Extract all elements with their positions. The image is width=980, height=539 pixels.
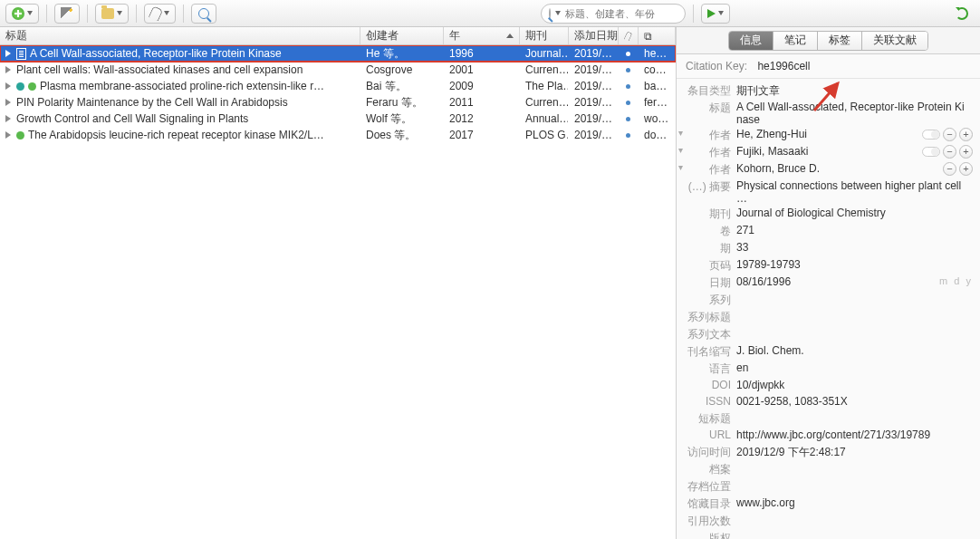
folder-icon (101, 8, 114, 19)
new-collection-button[interactable] (95, 4, 129, 24)
meta-value[interactable]: He, Zheng-Hui (736, 128, 922, 140)
meta-value[interactable]: 0021-9258, 1083-351X (736, 395, 973, 408)
twisty-icon[interactable]: ▾ (677, 162, 684, 172)
col-attachment[interactable] (619, 27, 639, 44)
advanced-search-button[interactable] (191, 4, 216, 24)
table-row[interactable]: Plant cell walls: Wall-associated kinase… (0, 62, 676, 78)
meta-value[interactable]: Journal of Biological Chemistry (736, 207, 973, 219)
meta-label: 条目类型 (686, 83, 736, 99)
table-row[interactable]: Growth Control and Cell Wall Signaling i… (0, 111, 676, 127)
search-icon (198, 8, 209, 19)
meta-row: 卷271 (677, 223, 973, 240)
arrow-right-icon (707, 9, 716, 18)
meta-value[interactable]: http://www.jbc.org/content/271/33/19789 (736, 428, 973, 441)
citation-key-value[interactable]: he1996cell (757, 60, 810, 72)
tab-info[interactable]: 信息 (729, 32, 773, 50)
meta-row: 系列标题 (677, 309, 973, 326)
citation-key-row: Citation Key: he1996cell (677, 54, 980, 79)
new-item-button[interactable] (5, 4, 39, 24)
add-button[interactable]: + (959, 162, 973, 176)
twisty-icon[interactable] (5, 66, 11, 73)
search-icon (549, 8, 551, 19)
wand-button[interactable] (54, 4, 80, 24)
tag-dot-green (16, 131, 24, 140)
attachment-dot-icon (626, 101, 630, 105)
twisty-icon[interactable] (5, 50, 11, 57)
meta-row: 条目类型期刊文章 (677, 82, 973, 100)
tab-tags[interactable]: 标签 (818, 32, 862, 50)
row-creator: Bai 等。 (360, 79, 444, 94)
meta-label: URL (686, 428, 736, 441)
tab-related[interactable]: 关联文献 (862, 32, 927, 50)
table-row[interactable]: PIN Polarity Maintenance by the Cell Wal… (0, 94, 676, 111)
table-row[interactable]: A Cell Wall-associated, Receptor-like Pr… (0, 45, 676, 62)
locate-button[interactable] (701, 4, 730, 24)
meta-value[interactable]: 10/djwpkk (736, 379, 973, 391)
sync-button[interactable] (949, 4, 975, 24)
add-button[interactable]: + (959, 145, 973, 159)
meta-value[interactable]: Physical connections between higher plan… (736, 179, 973, 205)
meta-label: 存档位置 (686, 479, 736, 495)
document-icon (16, 48, 26, 60)
twisty-icon[interactable] (5, 131, 11, 139)
meta-value[interactable]: www.jbc.org (736, 496, 973, 509)
meta-value[interactable]: 08/16/1996 (736, 275, 939, 288)
meta-controls: −+ (943, 162, 973, 176)
col-year[interactable]: 年 (444, 27, 520, 44)
meta-label: 短标题 (686, 411, 736, 427)
meta-value[interactable]: 33 (736, 241, 973, 254)
attach-button[interactable] (144, 4, 176, 24)
meta-value[interactable]: Kohorn, Bruce D. (736, 162, 943, 175)
meta-value[interactable]: J. Biol. Chem. (736, 344, 973, 357)
row-journal: Curren… (520, 96, 569, 109)
meta-value[interactable]: 期刊文章 (736, 83, 973, 99)
caret-icon (555, 11, 561, 15)
meta-label: 系列 (686, 293, 736, 308)
toggle-pill[interactable] (922, 147, 940, 157)
search-field[interactable] (541, 4, 686, 24)
meta-label: 卷 (686, 224, 736, 239)
table-row[interactable]: The Arabidopsis leucine-rich repeat rece… (0, 127, 676, 143)
remove-button[interactable]: − (943, 145, 956, 159)
meta-value[interactable]: 2019/12/9 下午2:48:17 (736, 445, 973, 460)
meta-label: 档案 (686, 462, 736, 477)
search-input[interactable] (565, 8, 690, 19)
col-journal[interactable]: 期刊 (520, 27, 569, 44)
meta-label: 日期 (686, 275, 736, 291)
tab-notes[interactable]: 笔记 (773, 32, 818, 50)
row-extra: co… (639, 63, 676, 76)
col-extra[interactable]: ⧉ (639, 27, 676, 44)
row-title: The Arabidopsis leucine-rich repeat rece… (28, 129, 324, 141)
meta-label: 系列文本 (686, 327, 736, 342)
toggle-pill[interactable] (922, 130, 940, 140)
remove-button[interactable]: − (943, 162, 956, 176)
meta-value[interactable]: A Cell Wall-associated, Receptor-like Pr… (736, 101, 973, 126)
twisty-icon[interactable]: ▾ (677, 145, 684, 155)
meta-value[interactable]: 271 (736, 224, 973, 236)
row-creator: Cosgrove (360, 63, 444, 76)
meta-label: 作者 (686, 162, 736, 178)
twisty-icon[interactable] (5, 115, 11, 122)
col-title[interactable]: 标题 (0, 27, 360, 44)
row-attachment (619, 117, 639, 121)
row-year: 2009 (444, 80, 520, 92)
col-creator[interactable]: 创建者 (360, 27, 444, 44)
col-added[interactable]: 添加日期 (569, 27, 619, 44)
meta-label: (…) 摘要 (686, 179, 736, 195)
separator (183, 5, 184, 23)
table-header: 标题 创建者 年 期刊 添加日期 ⧉ (0, 27, 676, 45)
twisty-icon[interactable] (5, 82, 11, 90)
meta-value[interactable]: en (736, 361, 973, 374)
meta-value[interactable]: 19789-19793 (736, 258, 973, 271)
twisty-icon[interactable]: ▾ (677, 128, 684, 138)
table-row[interactable]: Plasma membrane-associated proline-rich … (0, 78, 676, 94)
twisty-icon[interactable] (5, 99, 11, 106)
add-button[interactable]: + (959, 128, 973, 141)
meta-row: 引用次数 (677, 513, 973, 530)
tab-segment: 信息 笔记 标签 关联文献 (728, 31, 928, 51)
meta-row: URLhttp://www.jbc.org/content/271/33/197… (677, 428, 973, 444)
remove-button[interactable]: − (943, 128, 956, 141)
row-attachment (619, 52, 639, 56)
separator (87, 5, 88, 23)
meta-value[interactable]: Fujiki, Masaaki (736, 145, 922, 158)
